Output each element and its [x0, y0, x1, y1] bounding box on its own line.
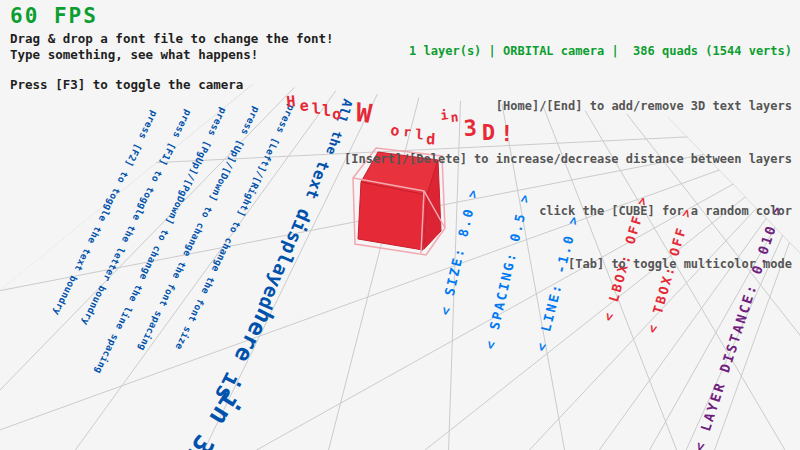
wave-letter: l: [322, 102, 331, 120]
lbox-label: < LBOX: OFF >: [600, 193, 650, 322]
wave-letter: r: [403, 124, 412, 140]
wave-letter: e: [299, 96, 309, 115]
help-line-spacing: press [PgUp]/[PgDown] to change the line…: [93, 106, 229, 376]
banner-chunk: text: [302, 158, 334, 203]
wave-text: HelloWorldin3D!: [286, 92, 514, 148]
banner-chunk: in 3D: [177, 387, 248, 450]
wave-letter: !: [500, 121, 514, 146]
app-window: < SIZE: 8.0 > < SPACING: 0.5 > < LINE: -…: [0, 0, 800, 450]
cube[interactable]: [353, 148, 445, 255]
spacing-label: < SPACING: 0.5 >: [482, 191, 533, 351]
wave-letter: o: [332, 105, 342, 123]
banner-chunk: displayed: [254, 206, 316, 314]
wave-letter: l: [415, 126, 425, 143]
wave-letter: H: [286, 92, 297, 111]
wave-letter: i: [440, 107, 450, 123]
wave-letter: D: [482, 120, 496, 145]
help-font-size: press [Left]/[Right] to change the font …: [173, 103, 297, 352]
layer-distance-label: < LAYER DISTANCE: 0.010 >: [691, 202, 786, 450]
wave-letter: W: [354, 97, 374, 129]
wave-letter: 3: [463, 115, 478, 141]
scene-3d: < SIZE: 8.0 > < SPACING: 0.5 > < LINE: -…: [0, 0, 800, 450]
wave-letter: l: [312, 100, 322, 118]
wave-letter: n: [450, 109, 459, 125]
wave-letter: d: [426, 130, 436, 148]
wave-letter: o: [390, 121, 401, 140]
floor-option-labels: < SIZE: 8.0 > < SPACING: 0.5 > < LINE: -…: [437, 186, 785, 450]
